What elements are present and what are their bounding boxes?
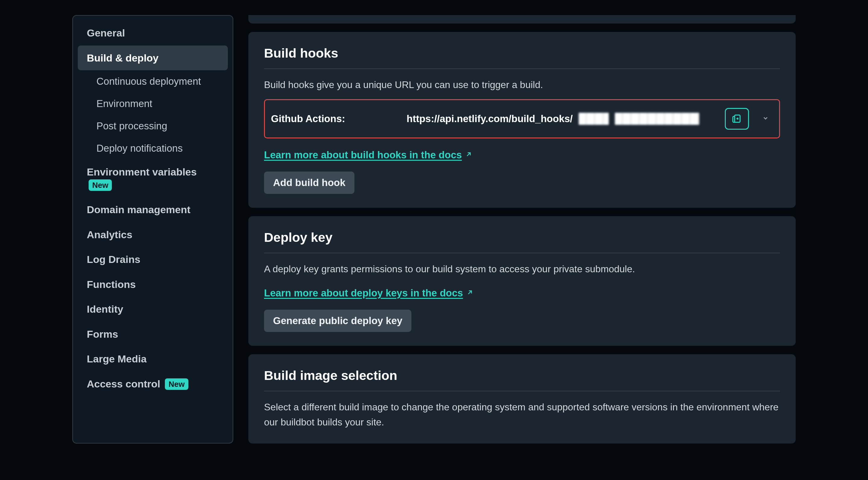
sidebar-item-label: Environment variables <box>87 166 197 178</box>
section-description: Build hooks give you a unique URL you ca… <box>264 78 780 93</box>
sidebar-item-analytics[interactable]: Analytics <box>78 222 228 247</box>
hook-id-redacted <box>579 113 719 125</box>
external-link-icon <box>466 287 474 299</box>
section-description: A deploy key grants permissions to our b… <box>264 262 780 277</box>
add-build-hook-button[interactable]: Add build hook <box>264 172 354 194</box>
learn-more-build-hooks-link[interactable]: Learn more about build hooks in the docs <box>264 149 472 161</box>
settings-sidebar: General Build & deploy Continuous deploy… <box>72 15 233 444</box>
link-text: Learn more about build hooks in the docs <box>264 149 462 161</box>
sidebar-item-label: Access control <box>87 378 160 390</box>
hook-url-prefix: https://api.netlify.com/build_hooks/ <box>407 113 572 124</box>
card-build-image: Build image selection Select a different… <box>248 354 796 444</box>
copy-hook-button[interactable] <box>725 108 749 130</box>
card-deploy-key: Deploy key A deploy key grants permissio… <box>248 216 796 346</box>
generate-deploy-key-button[interactable]: Generate public deploy key <box>264 310 411 332</box>
sidebar-sub-post-processing[interactable]: Post processing <box>78 115 228 137</box>
card-build-hooks: Build hooks Build hooks give you a uniqu… <box>248 32 796 208</box>
external-link-icon <box>465 149 472 161</box>
sidebar-item-build-deploy[interactable]: Build & deploy <box>78 46 228 70</box>
sidebar-item-large-media[interactable]: Large Media <box>78 347 228 371</box>
chevron-down-icon <box>762 115 769 123</box>
sidebar-item-functions[interactable]: Functions <box>78 272 228 297</box>
sidebar-item-general[interactable]: General <box>78 21 228 46</box>
hook-name: Github Actions: <box>271 113 401 124</box>
sidebar-sub-environment[interactable]: Environment <box>78 93 228 115</box>
clipboard-icon <box>732 113 742 125</box>
build-hook-row: Github Actions: https://api.netlify.com/… <box>264 99 780 139</box>
main-content: Build hooks Build hooks give you a uniqu… <box>248 15 796 444</box>
sidebar-item-forms[interactable]: Forms <box>78 322 228 347</box>
expand-hook-button[interactable] <box>761 114 770 123</box>
badge-new: New <box>165 379 188 390</box>
learn-more-deploy-keys-link[interactable]: Learn more about deploy keys in the docs <box>264 287 474 299</box>
sidebar-item-identity[interactable]: Identity <box>78 297 228 322</box>
sidebar-item-domain-management[interactable]: Domain management <box>78 197 228 222</box>
sidebar-item-access-control[interactable]: Access control New <box>78 371 228 396</box>
sidebar-item-env-vars[interactable]: Environment variables New <box>78 159 228 197</box>
sidebar-sub-continuous-deployment[interactable]: Continuous deployment <box>78 70 228 93</box>
previous-card-edge <box>248 15 796 24</box>
section-description: Select a different build image to change… <box>264 400 780 430</box>
section-title: Build image selection <box>264 368 780 391</box>
section-title: Deploy key <box>264 230 780 253</box>
section-title: Build hooks <box>264 46 780 69</box>
sidebar-item-log-drains[interactable]: Log Drains <box>78 247 228 272</box>
sidebar-sub-deploy-notifications[interactable]: Deploy notifications <box>78 137 228 159</box>
badge-new: New <box>89 179 112 191</box>
link-text: Learn more about deploy keys in the docs <box>264 287 463 299</box>
